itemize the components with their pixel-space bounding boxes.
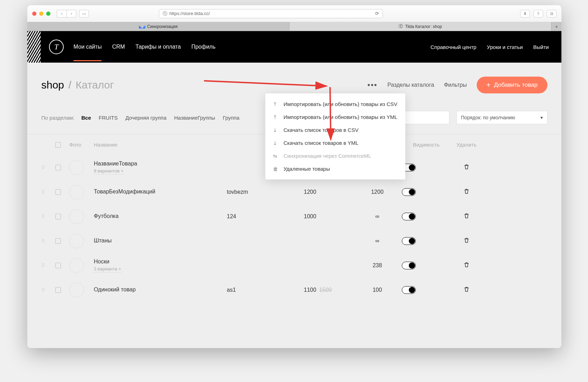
share-button[interactable]: ⇧ [533,10,543,17]
dropdown-download-yml[interactable]: ⤓Скачать список товаров в YML [265,136,405,149]
row-checkbox[interactable] [55,238,61,244]
visibility-toggle[interactable] [402,188,416,196]
tab-icon: ⓣ [399,23,403,29]
more-menu-button[interactable]: ••• [368,80,378,90]
nav-logout[interactable]: Выйти [533,44,549,50]
trash-icon: 🗑 [273,166,279,172]
product-name[interactable]: НазваниеТовара9 вариантов + [94,160,227,175]
product-qty: ∞ [353,238,402,244]
drag-handle[interactable]: ⠿ [41,189,55,195]
table-row[interactable]: ⠿Одинокий товарas11100 1500100 [41,278,547,302]
product-name[interactable]: Футболка [94,213,227,220]
product-name[interactable]: ТоварБезМодификаций [94,188,227,196]
add-product-button[interactable]: + Добавить товар [477,77,547,93]
back-button[interactable]: ‹ [57,10,66,17]
sort-select[interactable]: Порядок: по умолчанию ▾ [456,111,547,124]
visibility-toggle[interactable] [402,237,416,245]
forward-button[interactable]: › [66,10,76,17]
col-photo: Фото [69,142,94,148]
nav-help[interactable]: Справочный центр [430,44,476,50]
breadcrumb-actions: ••• Разделы каталога Фильтры + Добавить … [368,77,547,93]
delete-button[interactable] [451,262,482,269]
filter-tabs: Все FRUITS Дочерняя группа НазваниеГрупп… [82,115,240,121]
delete-button[interactable] [451,213,482,220]
delete-button[interactable] [451,189,482,196]
reload-icon[interactable]: ⟳ [375,11,379,16]
delete-button[interactable] [451,286,482,293]
row-checkbox[interactable] [55,165,61,170]
plus-icon: + [486,82,491,89]
dropdown-import-csv[interactable]: ⤒Импортировать (или обновить) товары из … [265,98,405,111]
product-photo[interactable] [69,258,84,273]
table-row[interactable]: ⠿ТоварБезМодификацийtovbezm12001200 [41,180,547,204]
visibility-toggle[interactable] [402,213,416,220]
url-bar[interactable]: ⓣ https://store.tilda.cc/ ⟳ [159,9,383,18]
visibility-toggle[interactable] [402,286,416,294]
delete-button[interactable] [451,238,482,245]
maximize-window-button[interactable] [46,12,50,16]
downloads-button[interactable]: ⬇ [520,10,530,17]
nav-pricing[interactable]: Тарифы и оплата [135,33,181,61]
minimize-window-button[interactable] [39,12,43,16]
more-dropdown: ⤒Импортировать (или обновить) товары из … [265,93,405,179]
drag-handle[interactable]: ⠿ [41,287,55,293]
nav-crm[interactable]: CRM [112,33,125,61]
breadcrumb-root[interactable]: shop [41,79,64,91]
tab-icon: ◣◢ [139,24,145,29]
nav-my-sites[interactable]: Мои сайты [74,33,102,61]
close-window-button[interactable] [32,12,36,16]
tabs-button[interactable]: ⧉ [547,10,556,17]
page-content: T Мои сайты CRM Тарифы и оплата Профиль … [27,31,561,348]
table-row[interactable]: ⠿Носки3 варианта +238 [41,253,547,278]
dropdown-sync-commerceml[interactable]: ⇆Синхронизация через CommerceML [265,149,405,162]
row-checkbox[interactable] [55,214,61,219]
filters-link[interactable]: Фильтры [444,82,467,88]
filter-tab-fruits[interactable]: FRUITS [99,115,118,121]
browser-tab-1[interactable]: ⓣ Tilda Каталог: shop [289,22,552,31]
product-photo[interactable] [69,160,84,175]
sort-label: Порядок: по умолчанию [461,115,515,120]
row-checkbox[interactable] [55,263,61,268]
col-delete: Удалить [451,142,482,148]
filter-tab-groupname[interactable]: НазваниеГруппы [174,115,215,121]
select-all-checkbox[interactable] [55,142,61,148]
filter-tab-group[interactable]: Группа [223,115,240,121]
filter-tab-child[interactable]: Дочерняя группа [125,115,166,121]
tab-label: Tilda Каталог: shop [405,24,442,29]
sidebar-toggle-button[interactable]: ▭ [79,10,89,17]
pattern-decoration [27,31,43,63]
row-checkbox[interactable] [55,189,61,195]
delete-button[interactable] [451,164,482,171]
tilda-logo[interactable]: T [49,40,64,54]
drag-handle[interactable]: ⠿ [41,214,55,219]
table-row[interactable]: ⠿Футболка1241000∞ [41,204,547,229]
dropdown-download-csv[interactable]: ⤓Скачать список товаров в CSV [265,123,405,136]
sync-icon: ⇆ [273,153,279,159]
drag-handle[interactable]: ⠿ [41,238,55,244]
breadcrumb-separator: / [68,79,71,91]
product-photo[interactable] [69,185,84,199]
table-row[interactable]: ⠿Штаны∞ [41,229,547,253]
product-price: 1000 [304,213,353,220]
product-photo[interactable] [69,209,84,224]
breadcrumb-current: Каталог [76,79,114,91]
browser-tab-0[interactable]: ◣◢ Синхронизация [27,22,289,31]
nav-items: Мои сайты CRM Тарифы и оплата Профиль [74,33,216,61]
visibility-toggle[interactable] [402,262,416,269]
drag-handle[interactable]: ⠿ [41,263,55,268]
drag-handle[interactable]: ⠿ [41,165,55,170]
product-name[interactable]: Носки3 варианта + [94,258,227,273]
dropdown-import-yml[interactable]: ⤒Импортировать (или обновить) товары из … [265,111,405,123]
col-name: Название [94,142,227,148]
filter-tab-all[interactable]: Все [82,115,91,121]
product-photo[interactable] [69,283,84,297]
nav-profile[interactable]: Профиль [191,33,216,61]
product-name[interactable]: Штаны [94,237,227,245]
product-photo[interactable] [69,234,84,248]
dropdown-deleted-products[interactable]: 🗑Удаленные товары [265,162,405,175]
nav-tutorials[interactable]: Уроки и статьи [487,44,523,50]
product-name[interactable]: Одинокий товар [94,286,227,293]
row-checkbox[interactable] [55,287,61,293]
new-tab-button[interactable]: + [552,22,561,31]
catalog-sections-link[interactable]: Разделы каталога [387,82,434,88]
